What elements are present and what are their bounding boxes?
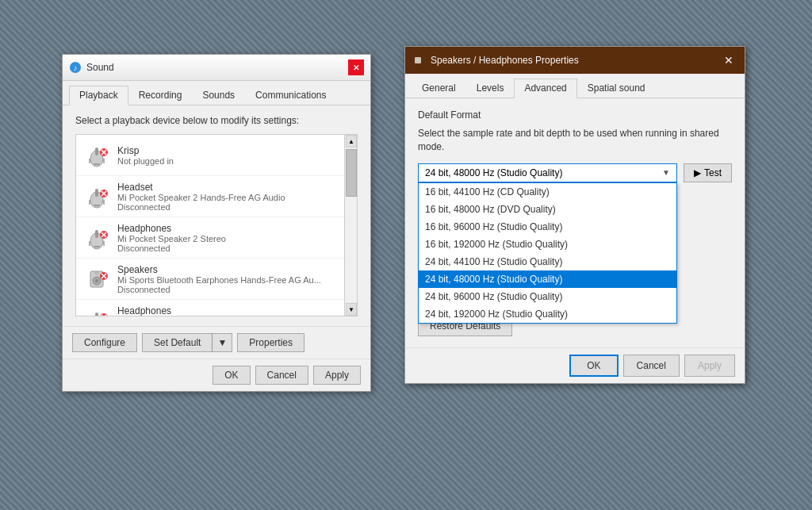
svg-text:♪: ♪ [74, 63, 78, 72]
device-name-headphones-pocket: Headphones [117, 223, 350, 234]
option-16-48000[interactable]: 16 bit, 48000 Hz (DVD Quality) [419, 201, 676, 218]
device-subtitle-speakers-sports: Mi Sports Bluetooth Earphones Hands-Free… [117, 275, 350, 285]
props-tab-spatial[interactable]: Spatial sound [577, 79, 656, 98]
default-format-title: Default Format [418, 109, 732, 121]
tab-sounds[interactable]: Sounds [192, 86, 245, 105]
sound-dialog-bottom-buttons: Configure Set Default ▼ Properties [63, 326, 370, 359]
svg-rect-11 [95, 189, 98, 197]
props-tab-general[interactable]: General [412, 79, 466, 98]
dropdown-wrapper: 24 bit, 48000 Hz (Studio Quality) ▼ 16 b… [418, 163, 677, 182]
sound-tabs: Playback Recording Sounds Communications [63, 81, 370, 105]
svg-rect-19 [95, 230, 98, 238]
properties-dialog-title: Speakers / Headphones Properties [431, 55, 579, 66]
device-item-headphones-pocket[interactable]: Headphones Mi Pocket Speaker 2 Stereo Di… [76, 217, 357, 259]
sound-ok-button[interactable]: OK [213, 366, 250, 385]
sound-apply-button[interactable]: Apply [313, 366, 361, 385]
svg-rect-3 [95, 148, 98, 155]
properties-tabs: General Levels Advanced Spatial sound [405, 74, 745, 98]
device-info-headphones-sports: Headphones Mi Sports Bluetooth Earphones… [117, 305, 350, 316]
sound-icon: ♪ [69, 61, 82, 74]
device-icon-headphones-pocket [82, 224, 111, 252]
device-list-container: Krisp Not plugged in [75, 134, 358, 316]
scrollbar-thumb[interactable] [346, 149, 357, 197]
device-icon-headphones-sports [82, 306, 111, 316]
sound-dialog-footer: OK Cancel Apply [63, 359, 370, 391]
format-dropdown-value: 24 bit, 48000 Hz (Studio Quality) [425, 167, 562, 178]
set-default-button[interactable]: Set Default [142, 333, 212, 352]
svg-rect-29 [94, 272, 99, 274]
set-default-arrow[interactable]: ▼ [212, 333, 232, 352]
device-subtitle-headphones-pocket: Mi Pocket Speaker 2 Stereo [117, 234, 350, 243]
test-button-label: Test [704, 167, 722, 178]
sound-dialog: ♪ Sound ✕ Playback Recording Sounds Comm… [62, 54, 371, 392]
properties-dialog: Speakers / Headphones Properties ✕ Gener… [404, 46, 745, 384]
svg-rect-14 [94, 205, 100, 206]
option-24-96000[interactable]: 24 bit, 96000 Hz (Studio Quality) [419, 288, 676, 305]
device-item-krisp[interactable]: Krisp Not plugged in [76, 135, 357, 176]
device-icon-headset [82, 182, 111, 211]
titlebar-left: ♪ Sound [69, 61, 114, 74]
device-item-speakers-sports[interactable]: Speakers Mi Sports Bluetooth Earphones H… [76, 259, 357, 300]
device-list[interactable]: Krisp Not plugged in [76, 135, 357, 316]
svg-rect-22 [94, 246, 100, 247]
dropdown-container: 24 bit, 48000 Hz (Studio Quality) ▼ 16 b… [418, 163, 732, 182]
sound-dialog-title: Sound [86, 62, 114, 73]
option-16-192000[interactable]: 16 bit, 192000 Hz (Studio Quality) [419, 236, 676, 253]
device-item-headphones-sports[interactable]: Headphones Mi Sports Bluetooth Earphones… [76, 300, 357, 316]
device-name-krisp: Krisp [117, 145, 350, 156]
format-dropdown[interactable]: 24 bit, 48000 Hz (Studio Quality) ▼ [418, 163, 677, 182]
scrollbar-down-button[interactable]: ▼ [346, 303, 357, 316]
option-16-44100[interactable]: 16 bit, 44100 Hz (CD Quality) [419, 183, 676, 201]
device-subtitle-headset: Mi Pocket Speaker 2 Hands-Free AG Audio [117, 193, 350, 202]
svg-point-28 [95, 279, 98, 282]
sound-dialog-close-button[interactable]: ✕ [348, 59, 364, 75]
device-status-headphones-pocket: Disconnected [117, 243, 350, 253]
properties-cancel-button[interactable]: Cancel [623, 355, 680, 377]
properties-ok-button[interactable]: OK [569, 355, 618, 377]
play-icon: ▶ [694, 167, 701, 178]
props-tab-levels[interactable]: Levels [466, 79, 515, 98]
scrollbar-up-button[interactable]: ▲ [346, 135, 357, 148]
sound-cancel-button[interactable]: Cancel [255, 366, 308, 385]
tab-communications[interactable]: Communications [245, 86, 336, 105]
sound-dialog-titlebar: ♪ Sound ✕ [63, 55, 370, 81]
device-icon-krisp [82, 141, 111, 170]
properties-apply-button[interactable]: Apply [684, 355, 735, 377]
device-info-headset: Headset Mi Pocket Speaker 2 Hands-Free A… [117, 182, 350, 212]
tab-recording[interactable]: Recording [128, 86, 193, 105]
configure-button[interactable]: Configure [72, 333, 137, 352]
device-item-headset[interactable]: Headset Mi Pocket Speaker 2 Hands-Free A… [76, 176, 357, 217]
option-16-96000[interactable]: 16 bit, 96000 Hz (Studio Quality) [419, 218, 676, 236]
option-24-44100[interactable]: 24 bit, 44100 Hz (Studio Quality) [419, 253, 676, 270]
device-name-speakers-sports: Speakers [117, 264, 350, 275]
playback-description: Select a playback device below to modify… [75, 115, 358, 126]
props-tab-advanced[interactable]: Advanced [514, 79, 576, 98]
default-format-description: Select the sample rate and bit depth to … [418, 127, 732, 154]
properties-button[interactable]: Properties [237, 333, 304, 352]
properties-dialog-close-button[interactable]: ✕ [721, 52, 737, 68]
device-name-headset: Headset [117, 182, 350, 193]
test-button[interactable]: ▶ Test [684, 163, 732, 182]
option-24-48000[interactable]: 24 bit, 48000 Hz (Studio Quality) [419, 270, 676, 288]
svg-point-38 [100, 313, 108, 316]
svg-point-46 [416, 59, 419, 62]
scrollbar[interactable]: ▲ ▼ [344, 135, 357, 316]
device-icon-speakers-sports [82, 265, 111, 293]
svg-rect-34 [95, 313, 98, 316]
device-status-krisp: Not plugged in [117, 156, 350, 166]
properties-content: Default Format Select the sample rate an… [405, 98, 745, 347]
device-status-speakers-sports: Disconnected [117, 285, 350, 294]
speaker-icon [413, 54, 426, 67]
svg-rect-6 [94, 163, 100, 165]
properties-titlebar: Speakers / Headphones Properties ✕ [405, 47, 745, 74]
device-status-headset: Disconnected [117, 202, 350, 212]
properties-dialog-footer: OK Cancel Apply [405, 347, 745, 383]
props-title-left: Speakers / Headphones Properties [413, 54, 579, 67]
option-24-192000[interactable]: 24 bit, 192000 Hz (Studio Quality) [419, 305, 676, 323]
tab-playback[interactable]: Playback [69, 86, 128, 105]
format-dropdown-options: 16 bit, 44100 Hz (CD Quality) 16 bit, 48… [418, 182, 677, 324]
device-name-headphones-sports: Headphones [117, 305, 350, 316]
sound-dialog-content: Select a playback device below to modify… [63, 105, 370, 326]
device-info-krisp: Krisp Not plugged in [117, 145, 350, 166]
device-info-speakers-sports: Speakers Mi Sports Bluetooth Earphones H… [117, 264, 350, 294]
